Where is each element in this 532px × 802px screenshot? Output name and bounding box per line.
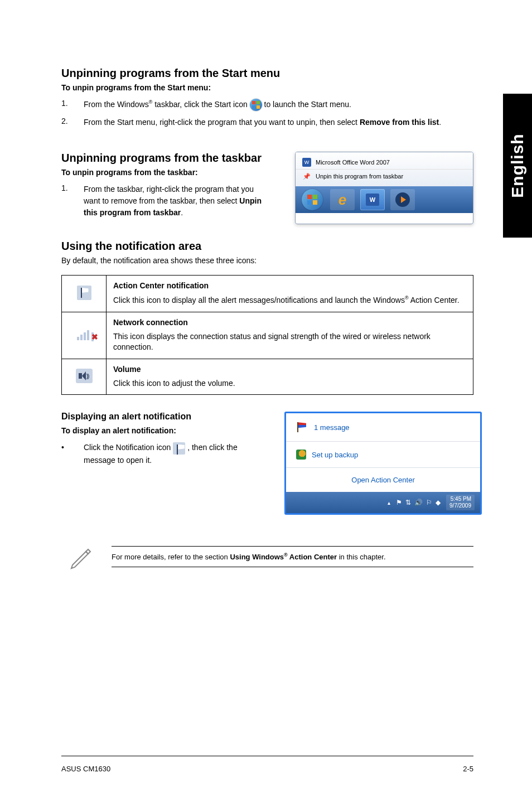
screenshot-taskbar-menu: W Microsoft Office Word 2007 📌 Unpin thi… [295, 152, 473, 224]
table-row: ))) Volume Click this icon to adjust the… [62, 359, 473, 395]
action-center-icon [77, 286, 91, 300]
step-text: From the taskbar, right-click the progra… [84, 183, 268, 219]
tray-chevron-icon[interactable]: ▴ [388, 500, 390, 506]
sub-unpin-taskbar: To unpin programs from the taskbar: [61, 168, 268, 177]
page-footer: ASUS CM1630 2-5 [0, 765, 532, 773]
reg-mark: ® [284, 552, 288, 558]
intro-text: By default, the notification area shows … [61, 256, 473, 265]
context-menu: W Microsoft Office Word 2007 📌 Unpin thi… [296, 152, 473, 186]
start-icon [302, 189, 323, 210]
desc-cell: Volume Click this icon to adjust the vol… [107, 359, 473, 395]
language-tab: English [503, 94, 532, 238]
step-text: From the Start menu, right-click the pro… [84, 117, 473, 128]
footer-divider [61, 756, 473, 756]
network-icon: ✖ [77, 329, 91, 340]
tray-extra-icon[interactable]: ◆ [436, 499, 441, 506]
notif-open-action-center[interactable]: Open Action Center [286, 468, 480, 492]
table-row: Action Center notification Click this ic… [62, 276, 473, 312]
section-unpin-taskbar: Unpinning programs from the taskbar To u… [61, 152, 473, 224]
section-notification-area: Using the notification area By default, … [61, 240, 473, 395]
bullet-item: • Click the Notification icon , then cli… [61, 442, 268, 466]
wmp-icon [395, 192, 410, 207]
menu-item-unpin[interactable]: 📌 Unpin this program from taskbar [296, 170, 473, 183]
taskbar: e W [296, 186, 473, 213]
word-icon: W [366, 194, 379, 206]
start-icon [250, 99, 262, 111]
page-content: Unpinning programs from the Start menu T… [0, 0, 532, 571]
backup-icon [296, 450, 306, 460]
reg-mark: ® [405, 295, 409, 301]
screenshot-notification-popup: 1 message Set up backup Open Action Cent… [284, 412, 482, 515]
notification-icon [173, 442, 185, 455]
volume-icon: ))) [76, 369, 93, 383]
tray-network-icon[interactable]: ⇅ [405, 499, 411, 506]
section-alert-notification: Displaying an alert notification To disp… [61, 412, 473, 515]
flag-icon [296, 421, 308, 433]
sub-heading-alert: Displaying an alert notification [61, 412, 268, 422]
tray-volume-icon[interactable]: 🔊 [414, 499, 423, 506]
bullet-dot: • [61, 442, 84, 466]
step-number: 1. [61, 99, 84, 111]
icons-table: Action Center notification Click this ic… [61, 275, 473, 395]
language-label: English [508, 133, 527, 197]
heading-unpin-taskbar: Unpinning programs from the taskbar [61, 152, 268, 165]
bullet-text: Click the Notification icon , then click… [84, 442, 268, 466]
notif-backup-row[interactable]: Set up backup [286, 442, 480, 468]
sub-bold-alert: To display an alert notification: [61, 426, 268, 435]
step-number: 1. [61, 183, 84, 219]
menu-item-word[interactable]: W Microsoft Office Word 2007 [296, 156, 473, 170]
desc-cell: Network connection This icon displays th… [107, 312, 473, 359]
section-unpin-start: Unpinning programs from the Start menu T… [61, 67, 473, 128]
table-row: ✖ Network connection This icon displays … [62, 312, 473, 359]
note-text: For more details, refer to the section U… [112, 546, 473, 567]
step-text: From the Windows® taskbar, click the Sta… [84, 99, 473, 111]
step-2: 2. From the Start menu, right-click the … [61, 117, 473, 128]
tray-icons: ⚑ ⇅ 🔊 ⚐ ◆ [396, 499, 441, 506]
footer-page-number: 2-5 [463, 765, 473, 773]
pencil-icon [67, 543, 95, 571]
notif-message-row[interactable]: 1 message [286, 413, 480, 442]
word-icon: W [302, 158, 311, 167]
note-box: For more details, refer to the section U… [61, 543, 473, 571]
icon-cell [62, 276, 107, 312]
footer-product: ASUS CM1630 [61, 765, 110, 773]
tray-flag-icon[interactable]: ⚑ [396, 499, 402, 506]
sub-unpin-start: To unpin programs from the Start menu: [61, 83, 473, 92]
desc-cell: Action Center notification Click this ic… [107, 276, 473, 312]
tray-clock[interactable]: 5:45 PM 9/7/2009 [446, 495, 475, 510]
icon-cell: ))) [62, 359, 107, 395]
taskbar-wmp-button[interactable] [390, 189, 415, 210]
tray-notification-icon[interactable]: ⚐ [426, 499, 432, 506]
step-number: 2. [61, 117, 84, 128]
unpin-icon: 📌 [302, 172, 311, 181]
taskbar-ie-button[interactable]: e [330, 189, 355, 210]
icon-cell: ✖ [62, 312, 107, 359]
step-1: 1. From the Windows® taskbar, click the … [61, 99, 473, 111]
system-tray: ▴ ⚑ ⇅ 🔊 ⚐ ◆ 5:45 PM 9/7/2009 [286, 492, 480, 513]
heading-unpin-start: Unpinning programs from the Start menu [61, 67, 473, 80]
taskbar-word-button[interactable]: W [360, 189, 385, 210]
heading-notification: Using the notification area [61, 240, 473, 253]
taskbar-start-button[interactable] [300, 189, 325, 210]
step-1: 1. From the taskbar, right-click the pro… [61, 183, 268, 219]
